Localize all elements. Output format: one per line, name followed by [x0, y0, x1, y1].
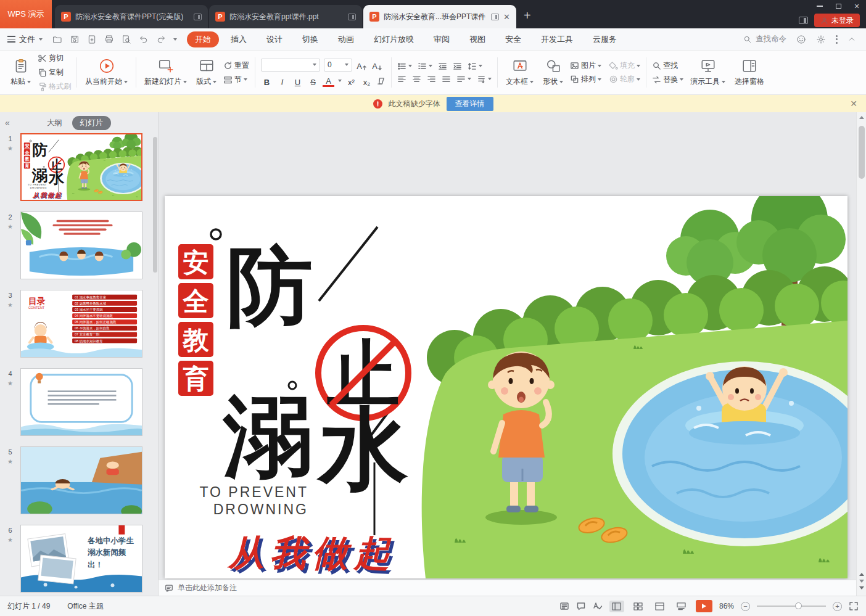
- reset-button[interactable]: 重置: [223, 60, 249, 71]
- play-from-current-button[interactable]: 从当前开始: [83, 57, 130, 88]
- zoom-slider-thumb[interactable]: [795, 602, 802, 609]
- align-left-icon[interactable]: [397, 75, 406, 84]
- increase-font-button[interactable]: A: [356, 59, 368, 71]
- italic-button[interactable]: I: [276, 75, 288, 87]
- tab-devtools[interactable]: 开发工具: [533, 31, 581, 47]
- outline-tab[interactable]: 大纲: [47, 118, 62, 128]
- normal-view-button[interactable]: [609, 601, 624, 612]
- hamburger-icon[interactable]: [7, 36, 15, 43]
- zoom-value[interactable]: 86%: [719, 602, 734, 610]
- decrease-font-button[interactable]: A: [371, 59, 383, 71]
- document-tab-3-active[interactable]: P 防溺水安全教育...班会PPT课件 ✕: [363, 5, 516, 28]
- tab-review[interactable]: 审阅: [426, 31, 458, 47]
- presentation-tools-button[interactable]: 演示工具: [688, 57, 728, 88]
- maximize-button[interactable]: [829, 0, 847, 12]
- redo-caret-icon[interactable]: [173, 38, 177, 41]
- spellcheck-icon[interactable]: [593, 601, 603, 611]
- panel-scrollbar[interactable]: [153, 137, 157, 273]
- comments-icon[interactable]: [576, 601, 586, 611]
- subscript-button[interactable]: x₂: [361, 75, 373, 87]
- scroll-up-icon[interactable]: [859, 116, 864, 119]
- clear-format-icon[interactable]: [376, 76, 386, 86]
- slide-thumbnail-3[interactable]: 目录 CONTENT 01 溺水事故危害全家 02 远离野外危险水域 03 溺水…: [20, 290, 142, 358]
- underline-button[interactable]: U: [292, 75, 303, 87]
- notes-toggle-icon[interactable]: [559, 601, 569, 611]
- section-button[interactable]: 节: [223, 75, 249, 85]
- document-tab-2[interactable]: P 防溺水安全教育ppt课件.ppt: [209, 5, 362, 28]
- tab-insert[interactable]: 插入: [223, 31, 255, 47]
- font-color-caret-icon[interactable]: [338, 80, 342, 82]
- view-details-button[interactable]: 查看详情: [447, 97, 493, 111]
- search-command[interactable]: 查找命令: [743, 34, 786, 44]
- minimize-button[interactable]: [810, 0, 829, 12]
- cut-button[interactable]: 剪切: [38, 53, 71, 64]
- file-menu[interactable]: 文件: [19, 34, 35, 45]
- theme-name[interactable]: Office 主题: [67, 601, 103, 612]
- zoom-slider[interactable]: [757, 606, 826, 607]
- slide-thumbnail-4[interactable]: [20, 368, 142, 436]
- transition-star-icon[interactable]: ★: [7, 302, 13, 308]
- transition-star-icon[interactable]: ★: [7, 380, 13, 387]
- tab-close-icon[interactable]: ✕: [503, 12, 510, 22]
- layout-button[interactable]: 版式: [194, 57, 219, 88]
- copy-button[interactable]: 复制: [38, 67, 71, 78]
- export-pdf-icon[interactable]: [87, 35, 97, 44]
- scroll-down-icon[interactable]: [859, 580, 864, 583]
- scrollbar-thumb[interactable]: [859, 126, 865, 179]
- align-center-icon[interactable]: [412, 75, 421, 84]
- more-menu-icon[interactable]: [836, 35, 838, 44]
- notes-view-button[interactable]: [674, 601, 689, 612]
- superscript-button[interactable]: x²: [345, 75, 357, 87]
- tab-preview-icon[interactable]: [194, 14, 202, 20]
- tab-home[interactable]: 开始: [187, 31, 219, 47]
- tab-transition[interactable]: 切换: [294, 31, 326, 47]
- textbox-button[interactable]: 文本框: [503, 57, 536, 88]
- text-direction-button[interactable]: [477, 75, 492, 84]
- current-slide[interactable]: [165, 196, 847, 578]
- new-slide-button[interactable]: 新建幻灯片: [142, 57, 189, 88]
- tab-slideshow[interactable]: 幻灯片放映: [366, 31, 422, 47]
- slide-thumbnail-2[interactable]: [20, 211, 142, 279]
- slideshow-play-button[interactable]: [696, 600, 712, 612]
- find-button[interactable]: 查找: [652, 60, 683, 71]
- fit-window-icon[interactable]: [849, 601, 859, 611]
- selection-pane-button[interactable]: 选择窗格: [732, 57, 767, 88]
- arrange-button[interactable]: 排列: [570, 74, 601, 84]
- bullets-button[interactable]: [397, 62, 412, 71]
- tab-preview-icon[interactable]: [348, 14, 356, 20]
- outline-button[interactable]: 轮廓: [609, 74, 640, 84]
- indent-decrease-button[interactable]: [438, 62, 447, 71]
- tab-animation[interactable]: 动画: [330, 31, 362, 47]
- transition-star-icon[interactable]: ★: [7, 146, 13, 152]
- justify-icon[interactable]: [442, 75, 451, 84]
- tab-preview-icon[interactable]: [491, 14, 499, 20]
- login-button[interactable]: 未登录: [814, 14, 860, 27]
- reading-view-button[interactable]: [653, 601, 667, 612]
- font-name-combo[interactable]: [261, 59, 320, 72]
- shapes-button[interactable]: 形状: [540, 57, 566, 88]
- warning-close-icon[interactable]: ✕: [850, 99, 857, 109]
- save-icon[interactable]: [70, 35, 80, 44]
- strikethrough-button[interactable]: S: [307, 75, 319, 87]
- slides-tab[interactable]: 幻灯片: [72, 116, 112, 130]
- app-home-tab[interactable]: WPS 演示: [0, 0, 52, 28]
- align-right-icon[interactable]: [427, 75, 436, 84]
- zoom-out-icon[interactable]: −: [741, 602, 750, 611]
- tab-design[interactable]: 设计: [258, 31, 291, 47]
- undo-icon[interactable]: [139, 35, 149, 44]
- fill-button[interactable]: 填充: [609, 60, 640, 71]
- document-tab-1[interactable]: P 防溺水安全教育课件PPT(完美版): [55, 5, 208, 28]
- zoom-in-icon[interactable]: +: [833, 602, 842, 611]
- slide-thumbnail-1[interactable]: [20, 133, 142, 201]
- notes-bar[interactable]: 单击此处添加备注: [159, 580, 856, 596]
- feedback-smile-icon[interactable]: [796, 35, 806, 44]
- previous-slide-icon[interactable]: [859, 573, 864, 576]
- slide-thumbnail-6[interactable]: 各地中小学生溺水新闻频出！: [20, 525, 142, 593]
- tab-cloud[interactable]: 云服务: [585, 31, 625, 47]
- open-folder-icon[interactable]: [52, 35, 62, 44]
- picture-button[interactable]: 图片: [570, 60, 601, 71]
- collapse-ribbon-icon[interactable]: [847, 35, 856, 44]
- transition-star-icon[interactable]: ★: [7, 459, 13, 465]
- font-color-button[interactable]: A: [323, 75, 334, 87]
- format-painter-button[interactable]: 格式刷: [38, 81, 71, 92]
